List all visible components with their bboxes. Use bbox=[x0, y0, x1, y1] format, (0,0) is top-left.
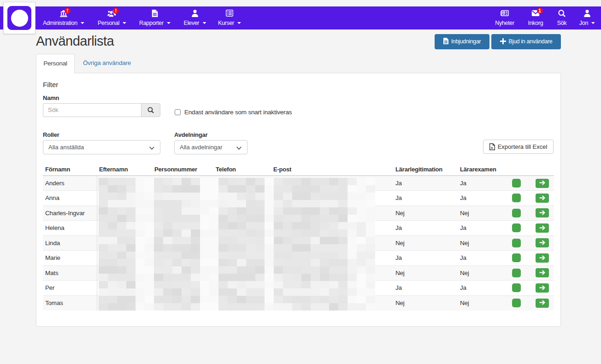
svg-text:x: x bbox=[491, 146, 493, 150]
